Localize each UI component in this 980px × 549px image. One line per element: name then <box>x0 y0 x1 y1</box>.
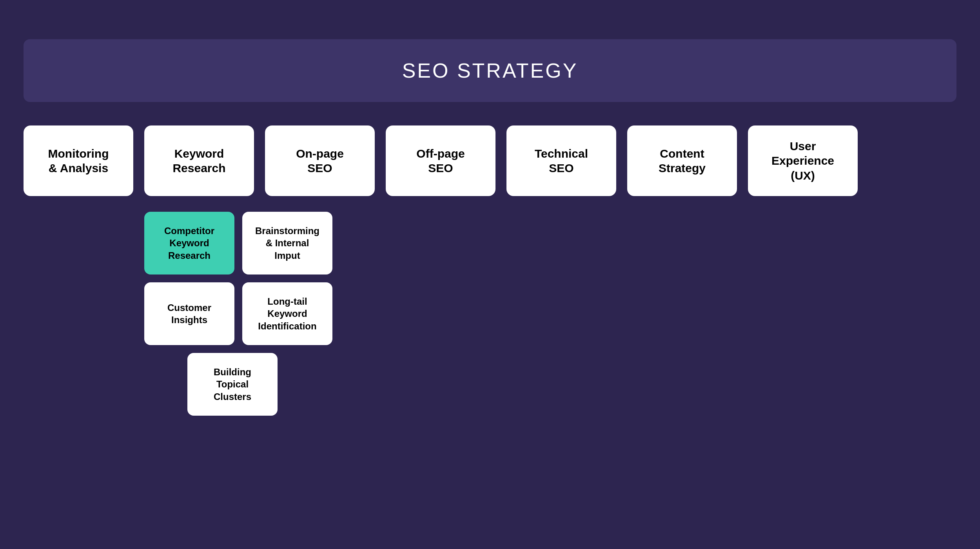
card-technical-label: TechnicalSEO <box>535 146 588 176</box>
card-content-label: ContentStrategy <box>659 146 706 176</box>
card-topical-clusters[interactable]: BuildingTopicalClusters <box>187 353 278 416</box>
card-customer[interactable]: CustomerInsights <box>144 282 234 345</box>
card-brainstorming-label: Brainstorming& InternalImput <box>255 225 319 262</box>
title-box: SEO STRATEGY <box>24 39 956 102</box>
card-onpage[interactable]: On-pageSEO <box>265 125 375 196</box>
card-onpage-label: On-pageSEO <box>296 146 344 176</box>
card-longtail[interactable]: Long-tailKeywordIdentification <box>242 282 332 345</box>
card-keyword[interactable]: KeywordResearch <box>144 125 254 196</box>
card-monitoring-label: Monitoring& Analysis <box>48 146 109 176</box>
card-competitor[interactable]: CompetitorKeywordResearch <box>144 212 234 274</box>
card-topical-clusters-label: BuildingTopicalClusters <box>214 366 251 403</box>
card-longtail-label: Long-tailKeywordIdentification <box>258 295 316 332</box>
card-keyword-label: KeywordResearch <box>172 146 225 176</box>
card-customer-label: CustomerInsights <box>167 302 211 326</box>
card-brainstorming[interactable]: Brainstorming& InternalImput <box>242 212 332 274</box>
card-offpage-label: Off-pageSEO <box>416 146 465 176</box>
card-competitor-label: CompetitorKeywordResearch <box>164 225 214 262</box>
card-technical[interactable]: TechnicalSEO <box>506 125 616 196</box>
card-monitoring[interactable]: Monitoring& Analysis <box>24 125 133 196</box>
card-ux[interactable]: UserExperience(UX) <box>748 125 858 196</box>
top-row: Monitoring& Analysis KeywordResearch On-… <box>24 125 956 196</box>
page-title: SEO STRATEGY <box>402 59 578 82</box>
card-offpage[interactable]: Off-pageSEO <box>386 125 495 196</box>
card-ux-label: UserExperience(UX) <box>771 139 834 183</box>
card-content[interactable]: ContentStrategy <box>627 125 737 196</box>
main-container: SEO STRATEGY Monitoring& Analysis Keywor… <box>0 0 980 549</box>
